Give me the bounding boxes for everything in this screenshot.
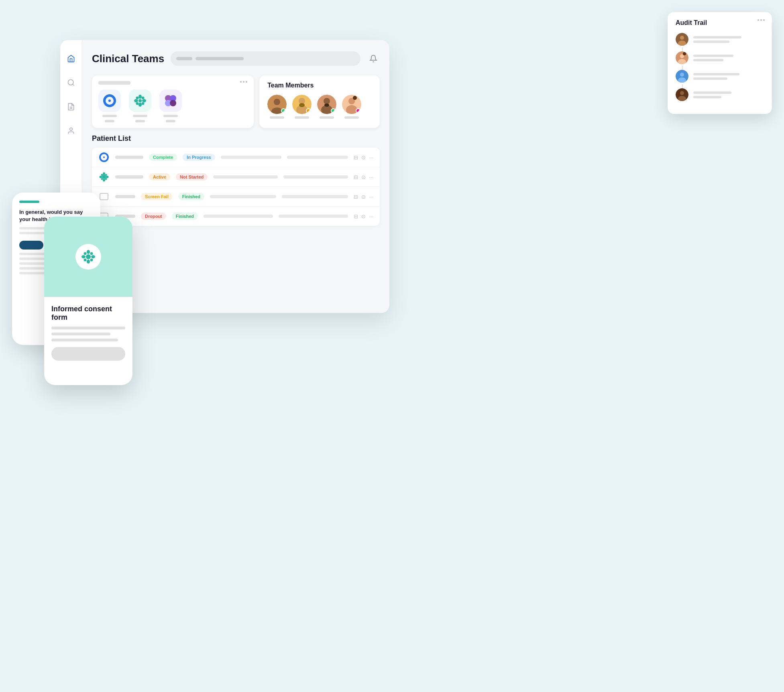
svg-point-59 [680,91,684,95]
audit-line-3b [693,77,727,80]
mobile-front-icon [75,244,101,270]
row-bar-3 [210,195,276,198]
row-icon-user-4: ⊙ [361,213,366,219]
avatar-3 [317,95,336,119]
row-app-icon-1 [98,152,110,163]
sidebar-item-home[interactable] [65,52,77,65]
patient-table: Complete In Progress ⊟ ⊙ ··· [92,148,380,226]
mobile-consent-screen: Informed consent form [44,217,132,385]
team-card-title: Team Members [267,82,372,89]
avatar-name-1 [270,116,284,119]
row-icon-msg-4: ⊟ [354,213,358,219]
svg-point-38 [103,172,105,175]
row-bar-1 [221,156,282,159]
sidebar-item-documents[interactable] [65,100,77,113]
row-actions-2: ⊟ ⊙ ··· [354,174,373,180]
audit-avatar-3 [676,70,688,83]
mobile-front-banner [44,217,132,297]
row-bar-2b [283,175,348,179]
app-item-1[interactable] [98,89,121,122]
sidebar-item-search[interactable] [65,76,77,89]
row-name-3 [115,195,135,198]
audit-card-dots[interactable] [758,19,765,21]
audit-dot-2 [760,19,762,21]
svg-point-36 [103,156,105,158]
svg-point-19 [170,100,176,106]
search-pill-2 [195,57,244,60]
svg-point-21 [274,99,280,105]
badge-active-2: Active [149,173,170,181]
audit-line-4a [693,91,731,94]
dot-1 [240,81,242,83]
app-item-3[interactable] [159,89,182,122]
table-row: Complete In Progress ⊟ ⊙ ··· [92,148,380,167]
svg-point-6 [108,99,111,102]
avatar-name-2 [295,116,309,119]
app-item-2[interactable] [129,89,151,122]
page-title: Clinical Teams [92,53,164,65]
audit-line-2a [693,55,733,57]
audit-lines-4 [693,91,764,98]
apps-card-header [98,81,247,85]
apps-card-title-bar [98,81,130,85]
app-label-2 [133,115,147,117]
svg-point-9 [138,103,142,107]
row-icon-user: ⊙ [361,154,366,160]
badge-dropout-4: Dropout [141,213,166,220]
dot-3 [246,81,247,83]
svg-point-8 [138,95,142,99]
notification-bell[interactable] [367,52,380,65]
consent-line-1 [51,327,125,329]
row-bar-2 [213,175,278,179]
svg-point-0 [68,80,73,85]
apps-card-menu[interactable] [240,81,247,85]
row-icon-msg-3: ⊟ [354,194,358,200]
dashboard-header: Clinical Teams [92,51,380,66]
audit-dot-3 [763,19,765,21]
row-name-1 [115,156,143,159]
app-label-1b [105,120,114,122]
svg-point-43 [105,174,107,176]
row-icon-more-4: ··· [369,213,373,219]
badge-notstarted-2: Not Started [176,173,208,181]
team-avatars [267,95,372,119]
consent-line-3 [51,339,118,341]
avatar-name-3 [320,116,334,119]
avatar-2 [292,95,312,119]
svg-point-13 [142,97,145,99]
audit-row-3 [676,70,764,83]
svg-point-45 [105,178,107,180]
row-actions-3: ⊟ ⊙ ··· [354,194,373,200]
app-label-3b [166,120,175,122]
svg-rect-46 [100,193,108,200]
badge-finished-4: Finished [172,213,198,220]
svg-point-26 [299,103,305,107]
row-actions-1: ⊟ ⊙ ··· [354,154,373,160]
team-card: Team Members [259,75,380,128]
svg-point-54 [683,52,686,55]
top-row: Team Members [92,75,380,128]
audit-row-1 [676,33,764,46]
avatar-circle-2 [292,95,312,114]
audit-lines-3 [693,73,764,80]
table-row: Screen Fail Finished ⊟ ⊙ ··· [92,187,380,207]
row-name-2 [115,175,143,179]
svg-point-4 [70,128,73,131]
svg-point-12 [136,97,139,99]
svg-point-34 [353,96,357,100]
avatar-name-4 [344,116,359,119]
badge-screenfail-3: Screen Fail [141,193,173,200]
svg-point-61 [86,254,91,259]
audit-lines-2 [693,55,764,61]
row-bar-4b [279,215,348,218]
consent-action-btn[interactable] [51,347,125,361]
sidebar-item-profile[interactable] [65,124,77,137]
audit-lines-1 [693,36,764,43]
row-bar-1b [287,156,348,159]
mobile-option-selected[interactable] [19,241,43,250]
row-actions-4: ⊟ ⊙ ··· [354,213,373,219]
svg-point-41 [106,176,109,178]
avatar-1 [267,95,287,119]
search-bar[interactable] [171,51,360,66]
row-bar-4 [204,215,273,218]
